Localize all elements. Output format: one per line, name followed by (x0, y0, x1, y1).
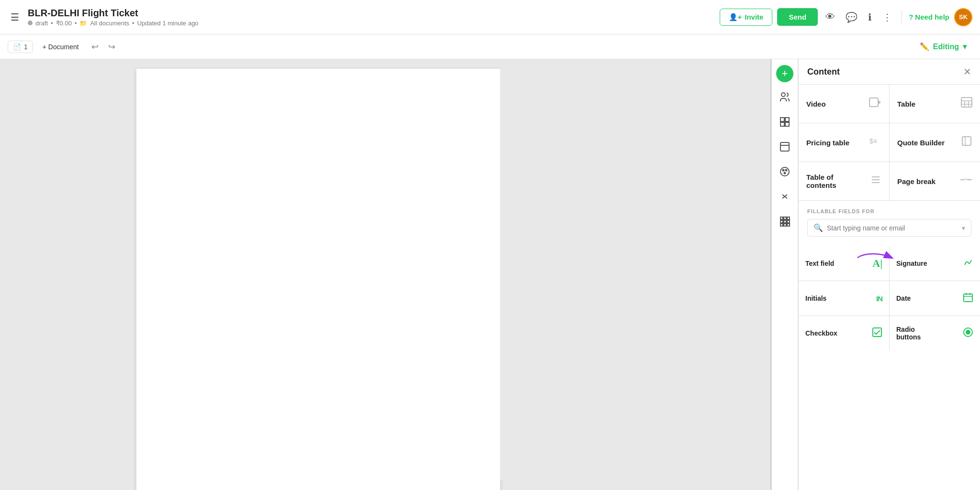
fillable-item-initials[interactable]: Initials IN (799, 281, 889, 316)
add-document-button[interactable]: + Document (37, 41, 85, 53)
table-of-contents-label: Table ofcontents (806, 173, 836, 189)
svg-rect-13 (787, 217, 790, 219)
toolbar: 📄 1 + Document ↩ ↪ ✏️ Editing ▾ (0, 34, 980, 59)
svg-rect-15 (784, 220, 786, 223)
content-items-grid: Video Table Pricing table $≡ Quote Build… (799, 85, 980, 201)
apps-sidebar-button[interactable] (774, 212, 795, 233)
fillable-search-bar[interactable]: 🔍 ▾ (807, 219, 971, 237)
layout-sidebar-button[interactable] (774, 113, 795, 134)
fillable-item-date[interactable]: Date (890, 281, 980, 316)
svg-rect-1 (780, 118, 784, 121)
content-item-pricing-table[interactable]: Pricing table $≡ (799, 123, 889, 162)
content-item-page-break[interactable]: Page break ✂ (890, 162, 980, 200)
svg-point-7 (780, 167, 789, 176)
comments-button[interactable]: 💬 (843, 9, 860, 26)
redo-button[interactable]: ↪ (105, 40, 118, 54)
svg-rect-16 (787, 220, 790, 223)
add-content-button[interactable]: + (776, 65, 793, 82)
fillable-fields-wrapper: Text field A| Signature Initials IN (799, 246, 980, 350)
people-sidebar-button[interactable] (774, 88, 795, 109)
info-button[interactable]: ℹ (865, 9, 875, 26)
svg-marker-21 (879, 100, 881, 104)
panel-title: Content (807, 67, 840, 77)
eye-button[interactable]: 👁 (823, 9, 838, 25)
nav-actions: 👤+ Invite Send 👁 💬 ℹ ⋮ ? Need help SK (720, 8, 973, 26)
table-label: Table (897, 100, 915, 108)
help-link[interactable]: ? Need help (909, 13, 949, 21)
svg-point-10 (784, 173, 786, 174)
svg-text:✂: ✂ (964, 176, 969, 183)
date-label: Date (896, 294, 911, 302)
connections-sidebar-button[interactable] (774, 187, 795, 208)
doc-updated: Updated 1 minute ago (137, 20, 199, 27)
top-nav: ☰ BLR-DELHI Flight Ticket draft • ₹0.00 … (0, 0, 980, 34)
radio-buttons-label: Radiobuttons (896, 326, 921, 341)
embed-sidebar-button[interactable] (774, 138, 795, 159)
document-area[interactable] (0, 59, 770, 490)
layout-icon (779, 116, 791, 131)
fillable-item-checkbox[interactable]: Checkbox (799, 316, 889, 350)
initials-icon: IN (876, 294, 882, 303)
avatar[interactable]: SK (954, 8, 972, 26)
checkbox-icon (872, 327, 882, 340)
search-input[interactable] (827, 224, 958, 232)
hamburger-button[interactable]: ☰ (8, 9, 22, 26)
signature-label: Signature (896, 260, 927, 267)
draft-status-dot (28, 21, 33, 25)
svg-rect-40 (873, 328, 881, 337)
svg-text:$≡: $≡ (869, 137, 877, 145)
text-field-icon: A| (872, 257, 882, 270)
more-options-button[interactable]: ⋮ (880, 9, 895, 26)
plus-icon: + (782, 67, 788, 80)
svg-point-8 (783, 170, 784, 171)
fillable-item-text-field[interactable]: Text field A| (799, 246, 889, 281)
fillable-fields-grid: Text field A| Signature Initials IN (799, 246, 980, 350)
undo-button[interactable]: ↩ (89, 40, 101, 54)
svg-point-9 (786, 170, 787, 171)
checkbox-label: Checkbox (805, 329, 837, 337)
svg-point-42 (966, 330, 970, 335)
date-icon (963, 292, 973, 305)
side-icons-panel: + (771, 59, 798, 490)
video-icon (869, 98, 881, 110)
pricing-table-label: Pricing table (806, 139, 849, 147)
send-button[interactable]: Send (777, 8, 818, 26)
svg-rect-20 (869, 98, 878, 107)
fillable-section: FILLABLE FIELDS FOR 🔍 ▾ (799, 201, 980, 246)
content-item-table[interactable]: Table (890, 85, 980, 123)
quote-builder-label: Quote Builder (897, 139, 945, 147)
video-label: Video (806, 100, 826, 108)
info-icon: ℹ (868, 11, 872, 23)
content-item-quote-builder[interactable]: Quote Builder (890, 123, 980, 162)
eye-icon: 👁 (825, 11, 835, 22)
svg-point-0 (781, 93, 785, 97)
content-item-video[interactable]: Video (799, 85, 889, 123)
svg-rect-14 (780, 220, 783, 223)
palette-sidebar-button[interactable] (774, 163, 795, 184)
invite-button[interactable]: 👤+ Invite (720, 9, 773, 26)
right-panel: Content ✕ Video Table Pricing table $≡ (798, 59, 980, 490)
editing-mode-button[interactable]: ✏️ Editing ▾ (914, 39, 972, 54)
content-item-table-of-contents[interactable]: Table ofcontents (799, 162, 889, 200)
svg-rect-22 (961, 98, 972, 107)
panel-header: Content ✕ (799, 59, 980, 85)
doc-location-icon: 📁 (79, 20, 87, 27)
svg-rect-19 (787, 224, 790, 226)
page-count: 📄 1 (8, 41, 33, 53)
svg-rect-36 (964, 294, 972, 302)
page-break-label: Page break (897, 177, 935, 185)
fillable-item-radio-buttons[interactable]: Radiobuttons (890, 316, 980, 350)
close-panel-button[interactable]: ✕ (963, 66, 971, 77)
document-page[interactable] (136, 69, 500, 490)
more-options-icon: ⋮ (882, 11, 892, 23)
page-number: 1 (24, 43, 28, 51)
editing-chevron-icon: ▾ (963, 42, 967, 51)
pricing-table-icon: $≡ (869, 136, 881, 149)
fillable-item-signature[interactable]: Signature (890, 246, 980, 281)
svg-rect-12 (784, 217, 786, 219)
svg-rect-18 (784, 224, 786, 226)
document-meta: draft • ₹0.00 • 📁 All documents • Update… (28, 20, 714, 27)
invite-icon: 👤+ (729, 13, 742, 22)
people-icon (779, 91, 791, 106)
doc-left-margin (0, 69, 136, 480)
